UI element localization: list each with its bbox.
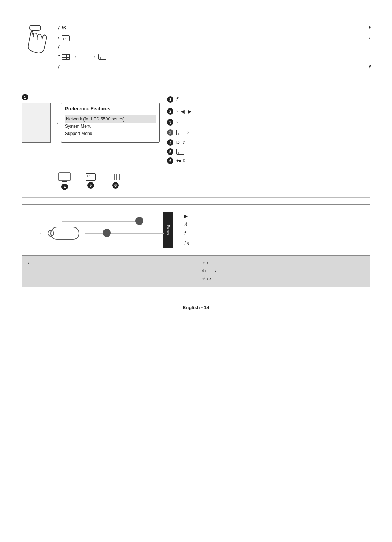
right-row-5: 5 xyxy=(167,148,370,155)
right-row-4: 4 D ¢ xyxy=(167,138,370,147)
sidebar-picture-bar: Picture xyxy=(163,212,173,248)
enter-icon-1 xyxy=(62,35,70,41)
circle-num-1: 1 xyxy=(22,94,28,100)
arrow-1: → xyxy=(72,53,77,61)
instruction-line-3: / xyxy=(58,43,370,51)
slash-5: / xyxy=(58,63,60,71)
slider-bottom xyxy=(85,233,164,234)
svg-rect-0 xyxy=(30,25,41,30)
slider-track-top xyxy=(62,221,142,222)
divider-1 xyxy=(22,87,370,87)
rnum-3a: 3 xyxy=(167,119,173,126)
slider-top xyxy=(62,221,142,222)
remote-row: ← xyxy=(39,227,164,240)
top-row1: / f§ f › › / xyxy=(22,22,370,73)
menu-num-label: 1 xyxy=(22,94,160,100)
svg-rect-3 xyxy=(59,173,70,181)
slider-right-text: ▶ § f f ¢ xyxy=(184,213,370,248)
instruction-line-1: / f§ f xyxy=(58,24,370,33)
slider-right-arrow: ▶ xyxy=(184,213,370,221)
fs-label: f§ xyxy=(62,24,66,33)
right-row-2: 2 › ◀ ▶ xyxy=(167,106,370,116)
sidebar-label: Picture xyxy=(167,225,170,235)
page-wrapper: / f§ f › › / xyxy=(0,0,392,542)
chevron-2: › xyxy=(369,34,370,42)
page-number-text: English - 14 xyxy=(183,305,209,310)
rnum-2: 2 xyxy=(167,108,173,115)
bottom-icons-row: 4 5 6 xyxy=(58,172,370,190)
instruction-line-5: / f xyxy=(58,63,370,72)
r3a-chevron: › xyxy=(176,118,178,127)
instruction-line-2: › › xyxy=(58,34,370,42)
menu-diagram-left: 1 → Preference Features Network (for LED… xyxy=(22,94,160,167)
enter-icon-2 xyxy=(98,54,106,60)
section-twocol: › ↵ › ¢ □ — / ↵ › › xyxy=(22,256,370,287)
rnum-6: 6 xyxy=(167,157,173,164)
slider-text-symbol: § xyxy=(184,220,370,228)
r2-right: ▶ xyxy=(188,106,192,116)
grid-icon xyxy=(62,54,70,60)
r1-f: f xyxy=(176,94,178,105)
twocol-left: › xyxy=(22,256,196,287)
instruction-line-4: " → → → xyxy=(58,53,370,61)
remote-left-arrow: ← xyxy=(39,229,45,237)
f-label-5: f xyxy=(369,63,370,72)
menu-item-2: Support Menu xyxy=(65,130,156,137)
slider-thumb-right xyxy=(135,217,143,225)
left-chevron: › xyxy=(28,260,29,266)
slider-f2: f xyxy=(184,240,186,246)
menu-item-1: System Menu xyxy=(65,123,156,130)
r2-chevron: › xyxy=(176,107,178,116)
slash-3: / xyxy=(58,43,60,51)
tv-icon-4 xyxy=(58,172,71,182)
svg-rect-6 xyxy=(116,174,120,180)
r4-c: ¢ xyxy=(183,138,185,147)
r2-left: ◀ xyxy=(181,106,185,116)
top-text-block: / f§ f › › / xyxy=(58,22,370,73)
right-arrow-indicator: → xyxy=(52,119,60,127)
enter-icon-5 xyxy=(176,149,184,155)
arrow-3: → xyxy=(91,53,96,61)
remote-shape xyxy=(50,227,79,240)
channel-list-box xyxy=(22,103,51,143)
arrow-2: → xyxy=(82,53,87,61)
icon-6 xyxy=(110,173,121,181)
rnum-1: 1 xyxy=(167,96,173,103)
menu-box: Preference Features Network (for LED 550… xyxy=(61,103,160,143)
icon-wrap-6: 6 xyxy=(110,173,121,189)
rnum-4: 4 xyxy=(167,139,173,146)
slider-visual: ← xyxy=(51,221,152,240)
right-line-1: ↵ › xyxy=(202,259,365,267)
right-row-6: 6 +■ ¢ xyxy=(167,156,370,165)
hand-gesture-icon xyxy=(22,24,54,56)
f-label-1: f xyxy=(369,24,370,33)
slider-track-bottom xyxy=(85,233,164,234)
slider-f1: f xyxy=(184,230,186,236)
icon-wrap-4: 4 xyxy=(58,172,71,190)
slider-text-line1: f xyxy=(184,228,370,238)
circle-4: 4 xyxy=(61,184,68,190)
enter-icon-3 xyxy=(176,130,184,135)
remote-left-circle xyxy=(48,230,54,237)
rnum-3b: 3 xyxy=(167,129,173,136)
menu-item-0: Network (for LED 5500 series) xyxy=(65,115,156,123)
chevron-1: › xyxy=(58,34,60,42)
right-line-2: ¢ □ — / xyxy=(202,267,365,275)
rnum-5: 5 xyxy=(167,148,173,155)
right-line-3: ↵ › › xyxy=(202,275,365,283)
right-row-3a: 3 › xyxy=(167,118,370,127)
circle-5: 5 xyxy=(87,182,94,189)
slider-thumb-left xyxy=(103,229,111,237)
divider-2 xyxy=(22,197,370,198)
r3b-chevron: › xyxy=(187,128,189,137)
r6-text: +■ ¢ xyxy=(176,156,185,165)
menu-diagram-right: 1 f 2 › ◀ ▶ 3 › 3 › 4 D ¢ xyxy=(167,94,370,167)
section-slider: ← Picture ▶ § f xyxy=(22,204,370,256)
slider-c: ¢ xyxy=(187,241,190,246)
arrow-indicator-wrap: → xyxy=(51,103,61,143)
twocol-right: ↵ › ¢ □ — / ↵ › › xyxy=(196,256,371,287)
menu-box-title: Preference Features xyxy=(65,106,156,113)
slider-text-line2: f ¢ xyxy=(184,238,370,248)
r4-d: D xyxy=(176,138,180,147)
section-top: / f§ f › › / xyxy=(22,22,370,76)
